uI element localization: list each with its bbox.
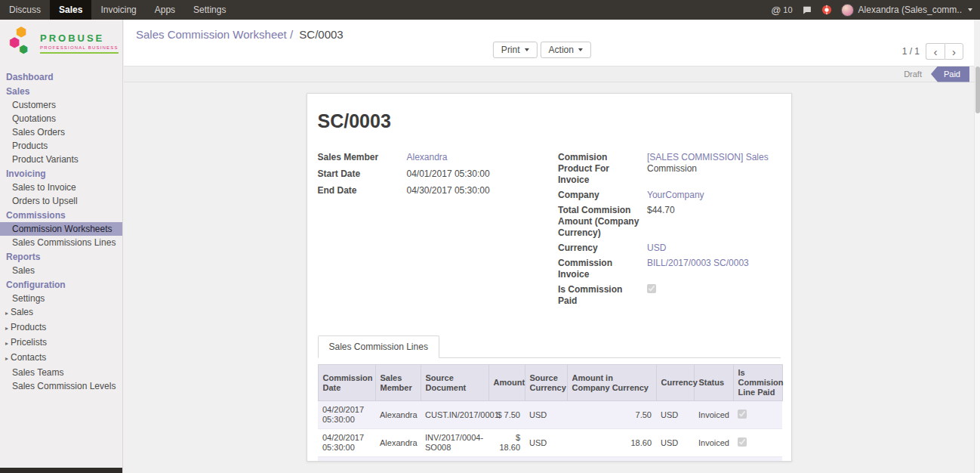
sidebar-nav: Dashboard Sales Customers Quotations Sal… <box>0 66 122 393</box>
table-row[interactable]: 04/20/2017 05:30:00 Alexandra CUST.IN/20… <box>318 401 782 429</box>
sidebar-section-configuration[interactable]: Configuration <box>0 277 122 292</box>
cell-sales-member: Alexandra <box>375 429 421 457</box>
sidebar-item-orders-to-upsell[interactable]: Orders to Upsell <box>0 194 122 208</box>
status-stage-draft[interactable]: Draft <box>895 66 931 82</box>
sidebar-item-product-variants[interactable]: Product Variants <box>0 153 122 166</box>
sidebar-item-quotations[interactable]: Quotations <box>0 112 122 125</box>
table-row[interactable]: 04/20/2017 10:35:53 Alexandra SO008 $ 18… <box>318 457 782 462</box>
logo-tagline: PROFESSIONAL BUSINESS <box>40 45 119 50</box>
form-view-body: SC/0003 Sales Member Alexandra Start Dat… <box>124 82 974 473</box>
sidebar-item-config-pricelists[interactable]: ▸Pricelists <box>0 335 122 351</box>
commission-invoice-link[interactable]: BILL/2017/0003 SC/0003 <box>647 258 749 268</box>
messages-icon[interactable] <box>802 5 812 15</box>
menu-sales[interactable]: Sales <box>50 0 91 20</box>
expand-arrow-icon: ▸ <box>5 310 8 317</box>
action-button[interactable]: Action <box>541 42 591 58</box>
cell-status: Invoiced <box>694 401 733 429</box>
topbar-right: @ 10 Alexandra (Sales_comm.. <box>771 0 980 20</box>
scrollbar[interactable] <box>974 66 980 473</box>
sidebar-item-label: Products <box>11 322 46 332</box>
cell-commission-date: 04/20/2017 10:35:53 <box>318 457 375 462</box>
field-label: End Date <box>318 185 407 196</box>
main-content: Sales Commission Worksheet / SC/0003 Pri… <box>124 20 974 473</box>
scrollbar-thumb[interactable] <box>975 66 980 113</box>
mention-icon: @ <box>771 5 781 16</box>
sales-member-link[interactable]: Alexandra <box>407 152 448 162</box>
is-commission-paid-checkbox <box>647 284 656 293</box>
field-is-commission-paid: Is Commission Paid <box>558 284 781 307</box>
field-start-date: Start Date 04/01/2017 05:30:00 <box>318 168 550 180</box>
cell-line-paid <box>733 429 782 457</box>
sidebar-item-sales-teams[interactable]: Sales Teams <box>0 366 122 379</box>
print-button-label: Print <box>501 45 520 55</box>
cell-line-paid <box>733 457 782 462</box>
header-sales-member: Sales Member <box>375 365 421 401</box>
menu-settings[interactable]: Settings <box>184 0 235 20</box>
field-currency: Currency USD <box>558 243 781 254</box>
table-row[interactable]: 04/20/2017 05:30:00 Alexandra INV/2017/0… <box>318 429 782 457</box>
sidebar-item-sales-commissions-lines[interactable]: Sales Commissions Lines <box>0 236 122 249</box>
pager-previous-button[interactable]: ‹ <box>926 43 945 60</box>
sidebar-item-reports-sales[interactable]: Sales <box>0 264 122 277</box>
action-button-label: Action <box>549 45 574 55</box>
field-company: Company YourCompany <box>558 190 781 201</box>
field-total-commission-amount: Total Commision Amount (Company Currency… <box>558 205 781 239</box>
sidebar-item-label: Contacts <box>11 352 46 363</box>
form-sheet: SC/0003 Sales Member Alexandra Start Dat… <box>307 93 792 462</box>
header-status: Status <box>694 365 733 401</box>
sidebar-item-label: Pricelists <box>11 337 47 348</box>
cell-status: Invoiced <box>694 429 733 457</box>
company-link[interactable]: YourCompany <box>647 190 704 200</box>
sidebar-item-config-products[interactable]: ▸Products <box>0 320 122 335</box>
user-menu[interactable]: Alexandra (Sales_comm.. <box>841 4 972 17</box>
sidebar-item-products[interactable]: Products <box>0 139 122 153</box>
cell-commission-date: 04/20/2017 05:30:00 <box>318 429 375 457</box>
support-icon[interactable] <box>821 5 832 15</box>
sidebar-section-invoicing[interactable]: Invoicing <box>0 166 122 181</box>
status-stage-paid[interactable]: Paid <box>931 66 969 82</box>
field-end-date: End Date 04/30/2017 05:30:00 <box>318 185 550 196</box>
field-label: Currency <box>558 243 647 254</box>
sidebar-item-customers[interactable]: Customers <box>0 98 122 112</box>
sidebar-section-sales[interactable]: Sales <box>0 84 122 98</box>
sidebar-item-sales-to-invoice[interactable]: Sales to Invoice <box>0 181 122 194</box>
sidebar-item-dashboard[interactable]: Dashboard <box>0 70 122 84</box>
logo-text: PROBUSE PROFESSIONAL BUSINESS <box>40 32 119 54</box>
currency-link[interactable]: USD <box>647 243 666 253</box>
cell-currency: USD <box>656 401 694 429</box>
field-label: Total Commision Amount (Company Currency… <box>558 205 647 239</box>
pager-next-button[interactable]: › <box>945 43 963 60</box>
sidebar-section-commissions[interactable]: Commissions <box>0 208 122 222</box>
commission-lines-table: Commission Date Sales Member Source Docu… <box>318 364 783 462</box>
breadcrumb-current: SC/0003 <box>299 28 343 41</box>
tab-sales-commission-lines[interactable]: Sales Commission Lines <box>318 335 439 358</box>
sidebar-item-config-settings[interactable]: Settings <box>0 292 122 305</box>
line-paid-checkbox <box>738 437 747 447</box>
sidebar-section-reports[interactable]: Reports <box>0 249 122 264</box>
sidebar-item-sales-commission-levels[interactable]: Sales Commission Levels <box>0 379 122 393</box>
pager: 1 / 1 ‹ › <box>902 43 963 60</box>
menu-invoicing[interactable]: Invoicing <box>91 0 145 20</box>
sidebar-item-sales-orders[interactable]: Sales Orders <box>0 125 122 139</box>
print-button[interactable]: Print <box>493 42 538 58</box>
menu-apps[interactable]: Apps <box>146 0 184 20</box>
field-label: Commission Invoice <box>558 258 647 280</box>
cell-source-document: SO008 <box>421 457 488 462</box>
cell-amount: $ 18.60 <box>488 429 525 457</box>
cell-line-paid <box>733 401 782 429</box>
activity-menu[interactable]: @ 10 <box>771 5 792 16</box>
sidebar-item-config-contacts[interactable]: ▸Contacts <box>0 351 122 366</box>
cell-source-currency: USD <box>525 457 567 462</box>
logo[interactable]: ⬢⬢⬢ PROBUSE PROFESSIONAL BUSINESS <box>0 20 122 66</box>
user-name: Alexandra (Sales_comm.. <box>858 5 962 15</box>
avatar <box>841 4 854 17</box>
menu-discuss[interactable]: Discuss <box>0 0 50 20</box>
commission-product-link[interactable]: [SALES COMMISSION] Sales <box>647 152 769 162</box>
record-title: SC/0003 <box>318 110 781 132</box>
expand-arrow-icon: ▸ <box>5 355 8 362</box>
sidebar-item-config-sales[interactable]: ▸Sales <box>0 305 122 320</box>
cell-sales-member: Alexandra <box>375 457 421 462</box>
cell-source-document: INV/2017/0004-SO008 <box>421 429 488 457</box>
breadcrumb-parent-link[interactable]: Sales Commission Worksheet / <box>136 28 293 41</box>
sidebar-item-commission-worksheets[interactable]: Commission Worksheets <box>0 222 122 236</box>
